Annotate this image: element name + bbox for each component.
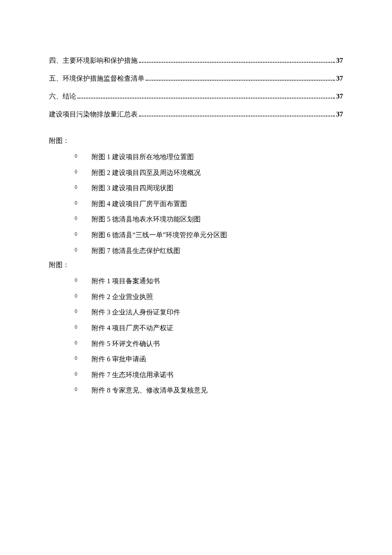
diamond-bullet-icon: ◊: [75, 276, 77, 285]
list-item: ◊附图 1 建设项目所在地地理位置图: [75, 151, 343, 163]
diamond-bullet-icon: ◊: [75, 323, 77, 332]
toc-title: 建设项目污染物排放量汇总表: [49, 109, 138, 119]
list-item-text: 附件 8 专家意见、修改清单及复核意见: [92, 385, 208, 396]
diamond-bullet-icon: ◊: [75, 214, 77, 223]
diamond-bullet-icon: ◊: [75, 292, 77, 301]
list-item: ◊附图 2 建设项目四至及周边环境概况: [75, 167, 343, 178]
list-item-text: 附件 5 环评文件确认书: [92, 338, 160, 349]
list-item-text: 附图 4 建设项目厂房平面布置图: [92, 198, 187, 209]
diamond-bullet-icon: ◊: [75, 199, 77, 208]
list-item-text: 附件 4 项目厂房不动产权证: [92, 323, 173, 334]
toc-entry: 六、结论 37: [49, 91, 343, 102]
toc-title: 六、结论: [49, 91, 76, 102]
toc-title: 四、主要环境影响和保护措施: [49, 55, 138, 66]
toc-leader-dots: [78, 98, 335, 99]
list-item: ◊附图 7 德清县生态保护红线图: [75, 245, 343, 256]
list-item: ◊附件 6 审批申请函: [75, 354, 343, 365]
list-item-text: 附件 1 项目备案通知书: [92, 276, 160, 287]
diamond-bullet-icon: ◊: [75, 339, 77, 348]
diamond-bullet-icon: ◊: [75, 152, 77, 161]
diamond-bullet-icon: ◊: [75, 183, 77, 192]
list-item-text: 附件 7 生态环境信用承诺书: [92, 369, 173, 381]
toc-entry: 四、主要环境影响和保护措施 37: [49, 55, 343, 66]
list-item-text: 附图 3 建设项目四周现状图: [92, 183, 173, 194]
appendix-figures-heading: 附图：: [49, 137, 343, 145]
list-item-text: 附件 3 企业法人身份证复印件: [92, 307, 180, 318]
list-item: ◊附件 2 企业营业执照: [75, 291, 343, 302]
toc-entry: 建设项目污染物排放量汇总表 37: [49, 109, 343, 119]
toc-leader-dots: [139, 62, 335, 63]
appendix-attachments-heading: 附图：: [49, 261, 343, 270]
diamond-bullet-icon: ◊: [75, 246, 77, 255]
toc-entry: 五、环境保护措施监督检查清单 37: [49, 73, 343, 84]
list-item: ◊附件 3 企业法人身份证复印件: [75, 307, 343, 318]
list-item: ◊附件 5 环评文件确认书: [75, 338, 343, 349]
list-item-text: 附件 2 企业营业执照: [92, 291, 153, 302]
list-item-text: 附图 1 建设项目所在地地理位置图: [92, 151, 194, 163]
list-item: ◊附件 8 专家意见、修改清单及复核意见: [75, 385, 343, 396]
diamond-bullet-icon: ◊: [75, 354, 77, 363]
toc-section: 四、主要环境影响和保护措施 37 五、环境保护措施监督检查清单 37 六、结论 …: [49, 55, 343, 119]
diamond-bullet-icon: ◊: [75, 230, 77, 239]
diamond-bullet-icon: ◊: [75, 168, 77, 177]
list-item: ◊附图 6 德清县“三线一单”环境管控单元分区图: [75, 230, 343, 241]
list-item-text: 附图 6 德清县“三线一单”环境管控单元分区图: [92, 230, 227, 241]
list-item: ◊附件 4 项目厂房不动产权证: [75, 323, 343, 334]
toc-leader-dots: [139, 116, 335, 116]
toc-page-number: 37: [336, 91, 343, 102]
toc-title: 五、环境保护措施监督检查清单: [49, 73, 144, 84]
list-item: ◊附图 4 建设项目厂房平面布置图: [75, 198, 343, 209]
list-item: ◊附件 1 项目备案通知书: [75, 276, 343, 287]
toc-page-number: 37: [336, 109, 343, 119]
appendix-figures-list: ◊附图 1 建设项目所在地地理位置图 ◊附图 2 建设项目四至及周边环境概况 ◊…: [49, 151, 343, 256]
list-item: ◊附件 7 生态环境信用承诺书: [75, 369, 343, 381]
toc-page-number: 37: [336, 73, 343, 84]
toc-page-number: 37: [336, 55, 343, 66]
diamond-bullet-icon: ◊: [75, 370, 77, 379]
list-item: ◊附图 3 建设项目四周现状图: [75, 183, 343, 194]
list-item-text: 附图 5 德清县地表水环境功能区划图: [92, 214, 201, 225]
appendix-attachments-list: ◊附件 1 项目备案通知书 ◊附件 2 企业营业执照 ◊附件 3 企业法人身份证…: [49, 276, 343, 396]
toc-leader-dots: [146, 80, 335, 81]
list-item-text: 附图 7 德清县生态保护红线图: [92, 245, 180, 256]
list-item: ◊附图 5 德清县地表水环境功能区划图: [75, 214, 343, 225]
list-item-text: 附件 6 审批申请函: [92, 354, 146, 365]
diamond-bullet-icon: ◊: [75, 385, 77, 394]
list-item-text: 附图 2 建设项目四至及周边环境概况: [92, 167, 201, 178]
diamond-bullet-icon: ◊: [75, 307, 77, 316]
